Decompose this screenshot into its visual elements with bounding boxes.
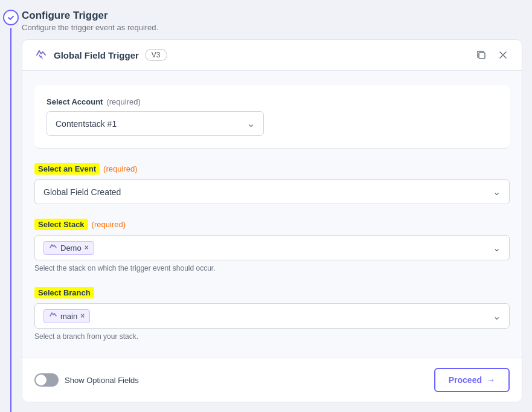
branch-tag-input[interactable]: main × ⌄ [34,303,510,329]
stack-help-text: Select the stack on which the trigger ev… [34,264,510,272]
toggle-row: Show Optional Fields [34,373,139,387]
stack-tags: Demo × [43,241,94,255]
step-circle [3,10,19,25]
account-value: Contentstack #1 [56,119,117,129]
page-subtitle: Configure the trigger event as required. [22,23,522,32]
branch-tags: main × [43,309,90,323]
duplicate-button[interactable] [475,48,488,62]
optional-fields-toggle[interactable] [34,373,59,387]
stack-chevron-icon: ⌄ [493,242,501,254]
trigger-icon [34,48,48,62]
page-title: Configure Trigger [22,10,522,22]
account-section: Select Account (required) Contentstack #… [34,85,510,149]
branch-tag-label: main [60,312,77,321]
stack-label-row: Select Stack (required) [34,219,510,230]
step-line [10,28,11,412]
proceed-button[interactable]: Proceed → [434,368,510,392]
card-body: Select Account (required) Contentstack #… [22,71,522,358]
branch-label-highlight: Select Branch [34,287,94,298]
branch-help-text: Select a branch from your stack. [34,332,510,341]
card-header-right [475,48,510,62]
branch-chevron-icon: ⌄ [493,311,501,322]
trigger-card: Global Field Trigger V3 [22,39,522,402]
branch-tag-icon [49,312,57,320]
stack-tag-input[interactable]: Demo × ⌄ [34,235,510,260]
event-required: (required) [103,164,137,173]
svg-rect-0 [479,53,485,59]
step-indicator [0,0,22,412]
stack-section: Select Stack (required) Demo × [34,219,510,272]
stack-label-highlight: Select Stack [34,219,88,230]
event-chevron-icon: ⌄ [493,186,501,198]
toggle-label: Show Optional Fields [65,376,139,385]
stack-tag-label: Demo [60,243,82,253]
branch-section: Select Branch main × ⌄ [34,287,510,341]
card-footer: Show Optional Fields Proceed → [22,358,522,402]
step-icon [7,14,14,21]
close-button[interactable] [496,48,510,62]
proceed-arrow-icon: → [487,375,495,385]
main-content: Configure Trigger Configure the trigger … [22,0,532,412]
account-label: Select Account (required) [46,97,498,106]
proceed-label: Proceed [449,375,482,385]
event-section: Select an Event (required) Global Field … [34,163,510,204]
account-chevron-icon: ⌄ [247,118,255,129]
stack-required: (required) [92,220,126,229]
card-header-left: Global Field Trigger V3 [34,48,167,62]
branch-tag-main: main × [43,309,90,323]
account-dropdown[interactable]: Contentstack #1 ⌄ [46,111,264,136]
stack-tag-close[interactable]: × [85,243,89,252]
branch-label-row: Select Branch [34,287,510,298]
page-header: Configure Trigger Configure the trigger … [22,10,522,32]
card-title: Global Field Trigger [54,50,139,60]
spacer [34,149,510,163]
stack-tag-demo: Demo × [43,241,94,255]
event-label-highlight: Select an Event [34,163,100,175]
event-value: Global Field Created [43,187,121,197]
branch-tag-close[interactable]: × [80,312,85,320]
stack-tag-icon [49,243,57,252]
event-dropdown[interactable]: Global Field Created ⌄ [34,179,510,204]
event-label-row: Select an Event (required) [34,163,510,175]
duplicate-icon [476,50,487,60]
version-badge: V3 [145,49,167,61]
card-header: Global Field Trigger V3 [22,40,522,71]
close-icon [498,50,508,60]
